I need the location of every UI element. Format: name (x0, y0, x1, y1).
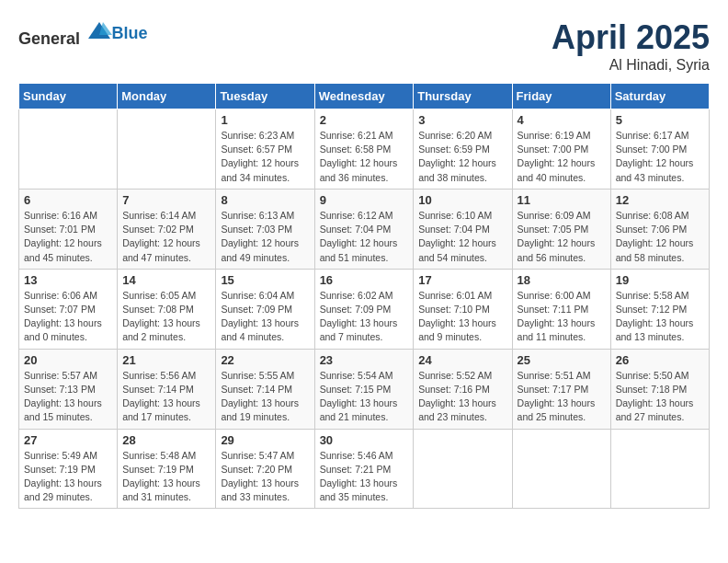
logo-icon (86, 18, 112, 44)
day-cell: 5Sunrise: 6:17 AM Sunset: 7:00 PM Daylig… (610, 109, 709, 190)
calendar-body: 1Sunrise: 6:23 AM Sunset: 6:57 PM Daylig… (19, 109, 710, 509)
day-info: Sunrise: 6:04 AM Sunset: 7:09 PM Dayligh… (221, 289, 309, 345)
day-info: Sunrise: 5:54 AM Sunset: 7:15 PM Dayligh… (320, 369, 409, 425)
day-cell: 26Sunrise: 5:50 AM Sunset: 7:18 PM Dayli… (610, 349, 709, 429)
day-number: 24 (418, 353, 506, 367)
weekday-header-tuesday: Tuesday (216, 84, 314, 109)
day-info: Sunrise: 5:57 AM Sunset: 7:13 PM Dayligh… (24, 369, 112, 425)
day-cell: 21Sunrise: 5:56 AM Sunset: 7:14 PM Dayli… (118, 349, 216, 429)
day-number: 5 (616, 113, 704, 127)
day-cell: 20Sunrise: 5:57 AM Sunset: 7:13 PM Dayli… (19, 349, 118, 429)
day-number: 28 (122, 433, 210, 447)
day-info: Sunrise: 6:05 AM Sunset: 7:08 PM Dayligh… (122, 289, 210, 345)
day-info: Sunrise: 5:47 AM Sunset: 7:20 PM Dayligh… (221, 449, 309, 505)
month-title: April 2025 (552, 18, 710, 57)
day-cell: 2Sunrise: 6:21 AM Sunset: 6:58 PM Daylig… (314, 109, 414, 190)
day-info: Sunrise: 5:58 AM Sunset: 7:12 PM Dayligh… (616, 289, 704, 345)
day-cell: 23Sunrise: 5:54 AM Sunset: 7:15 PM Dayli… (314, 349, 414, 429)
day-info: Sunrise: 5:49 AM Sunset: 7:19 PM Dayligh… (24, 449, 112, 505)
day-info: Sunrise: 5:50 AM Sunset: 7:18 PM Dayligh… (616, 369, 704, 425)
day-number: 17 (418, 273, 506, 287)
day-cell (118, 109, 216, 190)
day-cell: 9Sunrise: 6:12 AM Sunset: 7:04 PM Daylig… (314, 189, 414, 269)
day-info: Sunrise: 6:00 AM Sunset: 7:11 PM Dayligh… (518, 289, 606, 345)
day-info: Sunrise: 6:14 AM Sunset: 7:02 PM Dayligh… (122, 209, 210, 265)
day-cell: 7Sunrise: 6:14 AM Sunset: 7:02 PM Daylig… (118, 189, 216, 269)
day-cell: 15Sunrise: 6:04 AM Sunset: 7:09 PM Dayli… (216, 269, 314, 349)
day-number: 18 (518, 273, 606, 287)
day-cell: 19Sunrise: 5:58 AM Sunset: 7:12 PM Dayli… (610, 269, 709, 349)
day-cell: 13Sunrise: 6:06 AM Sunset: 7:07 PM Dayli… (19, 269, 118, 349)
day-info: Sunrise: 6:10 AM Sunset: 7:04 PM Dayligh… (418, 209, 506, 265)
weekday-header-monday: Monday (118, 84, 216, 109)
weekday-header-row: SundayMondayTuesdayWednesdayThursdayFrid… (19, 84, 710, 109)
day-number: 6 (24, 193, 112, 207)
week-row-5: 27Sunrise: 5:49 AM Sunset: 7:19 PM Dayli… (19, 429, 710, 509)
day-number: 16 (320, 273, 409, 287)
day-cell: 17Sunrise: 6:01 AM Sunset: 7:10 PM Dayli… (414, 269, 512, 349)
day-number: 26 (616, 353, 704, 367)
day-number: 19 (616, 273, 704, 287)
weekday-header-friday: Friday (512, 84, 610, 109)
day-cell: 30Sunrise: 5:46 AM Sunset: 7:21 PM Dayli… (314, 429, 414, 509)
day-info: Sunrise: 6:20 AM Sunset: 6:59 PM Dayligh… (418, 129, 506, 185)
day-number: 20 (24, 353, 112, 367)
week-row-1: 1Sunrise: 6:23 AM Sunset: 6:57 PM Daylig… (19, 109, 710, 190)
day-number: 9 (320, 193, 409, 207)
day-info: Sunrise: 6:01 AM Sunset: 7:10 PM Dayligh… (418, 289, 506, 345)
day-number: 30 (320, 433, 409, 447)
day-cell: 4Sunrise: 6:19 AM Sunset: 7:00 PM Daylig… (512, 109, 610, 190)
day-cell (512, 429, 610, 509)
day-number: 2 (320, 113, 409, 127)
day-number: 10 (418, 193, 506, 207)
logo-general: General (18, 29, 80, 48)
day-cell: 28Sunrise: 5:48 AM Sunset: 7:19 PM Dayli… (118, 429, 216, 509)
day-cell: 6Sunrise: 6:16 AM Sunset: 7:01 PM Daylig… (19, 189, 118, 269)
day-cell: 14Sunrise: 6:05 AM Sunset: 7:08 PM Dayli… (118, 269, 216, 349)
weekday-header-wednesday: Wednesday (314, 84, 414, 109)
weekday-header-saturday: Saturday (610, 84, 709, 109)
calendar-table: SundayMondayTuesdayWednesdayThursdayFrid… (18, 83, 710, 509)
day-cell (610, 429, 709, 509)
day-info: Sunrise: 6:21 AM Sunset: 6:58 PM Dayligh… (320, 129, 409, 185)
logo: General Blue (18, 18, 148, 49)
day-number: 13 (24, 273, 112, 287)
day-number: 21 (122, 353, 210, 367)
day-info: Sunrise: 6:09 AM Sunset: 7:05 PM Dayligh… (518, 209, 606, 265)
week-row-2: 6Sunrise: 6:16 AM Sunset: 7:01 PM Daylig… (19, 189, 710, 269)
day-number: 8 (221, 193, 309, 207)
day-number: 15 (221, 273, 309, 287)
day-number: 11 (518, 193, 606, 207)
title-area: April 2025 Al Hinadi, Syria (552, 18, 710, 74)
day-cell: 16Sunrise: 6:02 AM Sunset: 7:09 PM Dayli… (314, 269, 414, 349)
day-info: Sunrise: 6:06 AM Sunset: 7:07 PM Dayligh… (24, 289, 112, 345)
day-number: 12 (616, 193, 704, 207)
day-info: Sunrise: 6:08 AM Sunset: 7:06 PM Dayligh… (616, 209, 704, 265)
day-cell: 24Sunrise: 5:52 AM Sunset: 7:16 PM Dayli… (414, 349, 512, 429)
day-cell: 8Sunrise: 6:13 AM Sunset: 7:03 PM Daylig… (216, 189, 314, 269)
page-header: General Blue April 2025 Al Hinadi, Syria (18, 18, 710, 74)
day-cell: 3Sunrise: 6:20 AM Sunset: 6:59 PM Daylig… (414, 109, 512, 190)
week-row-3: 13Sunrise: 6:06 AM Sunset: 7:07 PM Dayli… (19, 269, 710, 349)
week-row-4: 20Sunrise: 5:57 AM Sunset: 7:13 PM Dayli… (19, 349, 710, 429)
day-info: Sunrise: 5:55 AM Sunset: 7:14 PM Dayligh… (221, 369, 309, 425)
day-info: Sunrise: 6:19 AM Sunset: 7:00 PM Dayligh… (518, 129, 606, 185)
day-cell: 29Sunrise: 5:47 AM Sunset: 7:20 PM Dayli… (216, 429, 314, 509)
day-cell (19, 109, 118, 190)
day-number: 1 (221, 113, 309, 127)
svg-marker-1 (99, 22, 112, 35)
day-info: Sunrise: 5:56 AM Sunset: 7:14 PM Dayligh… (122, 369, 210, 425)
day-cell: 12Sunrise: 6:08 AM Sunset: 7:06 PM Dayli… (610, 189, 709, 269)
logo-blue: Blue (112, 24, 148, 43)
day-number: 29 (221, 433, 309, 447)
day-cell: 11Sunrise: 6:09 AM Sunset: 7:05 PM Dayli… (512, 189, 610, 269)
day-cell (414, 429, 512, 509)
day-info: Sunrise: 6:17 AM Sunset: 7:00 PM Dayligh… (616, 129, 704, 185)
weekday-header-sunday: Sunday (19, 84, 118, 109)
day-cell: 27Sunrise: 5:49 AM Sunset: 7:19 PM Dayli… (19, 429, 118, 509)
day-number: 22 (221, 353, 309, 367)
day-cell: 18Sunrise: 6:00 AM Sunset: 7:11 PM Dayli… (512, 269, 610, 349)
day-number: 7 (122, 193, 210, 207)
day-number: 4 (518, 113, 606, 127)
location-title: Al Hinadi, Syria (552, 57, 710, 74)
